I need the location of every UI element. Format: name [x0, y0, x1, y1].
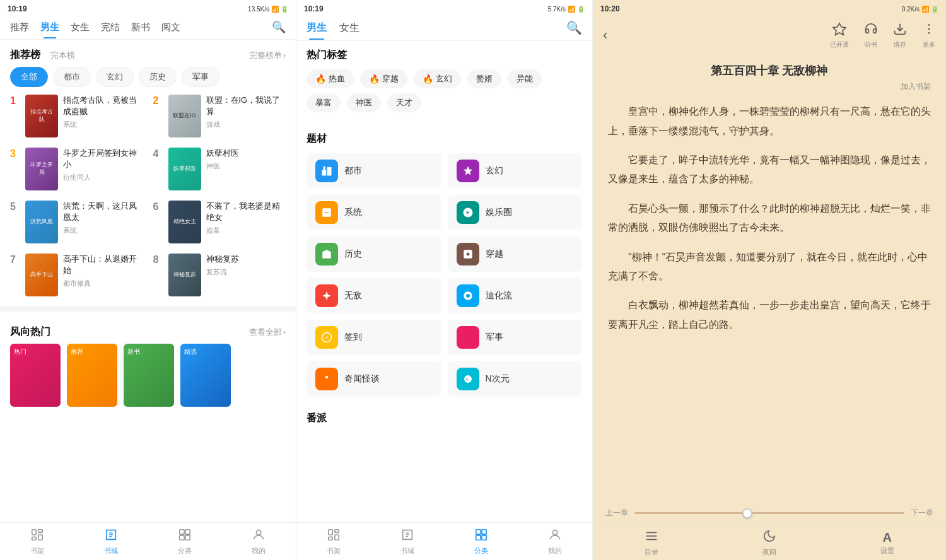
genre-dihua[interactable]: 迪化流: [448, 278, 583, 313]
nav-mine-2[interactable]: 我的: [518, 524, 592, 559]
subtab-all[interactable]: 全部: [10, 67, 48, 87]
search-icon-2[interactable]: 🔍: [566, 20, 582, 40]
main-nav-tabs: 推荐 男生 女生 完结 新书 阅文 🔍: [0, 18, 296, 40]
tab-yuewen[interactable]: 阅文: [161, 21, 180, 38]
svg-rect-10: [327, 167, 332, 176]
trend-book-2[interactable]: 推荐: [67, 344, 117, 407]
genre-lishi[interactable]: 历史: [307, 236, 441, 272]
nav-label-bookstore-1: 书城: [104, 546, 118, 556]
listen-action[interactable]: 听书: [864, 22, 878, 49]
vip-action[interactable]: 已开通: [830, 22, 849, 49]
nav-bookshelf-1[interactable]: 书架: [0, 524, 74, 559]
genre-title: 题材: [307, 132, 582, 146]
nav-bookstore-2[interactable]: 书城: [370, 524, 444, 559]
nav-category-2[interactable]: 分类: [445, 524, 518, 559]
genre-xitong[interactable]: 系统: [307, 195, 441, 230]
tag-shenyi[interactable]: 神医: [347, 93, 381, 112]
genre-name-qiwen: 奇闻怪谈: [344, 373, 380, 385]
tab-recommend[interactable]: 推荐: [10, 21, 29, 38]
book-title-5: 洪荒：天啊，这只凤凰太: [63, 201, 143, 223]
svg-rect-7: [185, 535, 190, 539]
toc-icon: [645, 529, 658, 546]
book-cover-7: 高手下山: [25, 254, 58, 296]
svg-rect-28: [482, 529, 486, 534]
settings-nav-item[interactable]: A 设置: [828, 530, 946, 556]
subtab-xuanhuan[interactable]: 玄幻: [96, 67, 134, 87]
genre-yule[interactable]: 娱乐圈: [448, 195, 583, 230]
book-item-4[interactable]: 4 妖孽村医 妖孽村医 神医: [153, 148, 286, 190]
subtab-history[interactable]: 历史: [139, 67, 177, 87]
night-nav-item[interactable]: 夜间: [711, 529, 829, 557]
gender-tab-male[interactable]: 男生: [307, 21, 327, 40]
tab-male[interactable]: 男生: [40, 21, 59, 38]
book-tag-5: 系统: [63, 226, 143, 235]
book-tag-8: 复苏流: [206, 267, 286, 277]
tag-zuixu[interactable]: 赘婿: [467, 69, 501, 88]
svg-rect-1: [38, 529, 42, 532]
genre-junshi[interactable]: 军事: [448, 320, 583, 355]
trend-link[interactable]: 查看全部 ›: [249, 327, 286, 338]
genre-qiwen[interactable]: 奇闻怪谈: [307, 361, 441, 397]
subtab-military[interactable]: 军事: [182, 67, 219, 87]
genre-dushi[interactable]: 都市: [307, 153, 441, 189]
tag-xuanhuan[interactable]: 🔥 玄幻: [414, 69, 461, 88]
completion-tab[interactable]: 完本榜: [50, 50, 75, 61]
nav-category-1[interactable]: 分类: [148, 524, 222, 559]
gender-tab-female[interactable]: 女生: [339, 21, 359, 40]
book-item-6[interactable]: 6 精绝女王 不装了，我老婆是精绝女 盗墓: [153, 201, 286, 243]
trend-book-4[interactable]: 精选: [180, 344, 231, 407]
genre-qiandao[interactable]: 签到: [307, 320, 441, 355]
nav-mine-1[interactable]: 我的: [222, 524, 296, 559]
book-info-4: 妖孽村医 神医: [206, 148, 286, 171]
subtab-dushi[interactable]: 都市: [53, 67, 91, 87]
toc-nav-item[interactable]: 目录: [593, 529, 711, 557]
cache-action[interactable]: 缓存: [893, 22, 907, 49]
trend-book-3[interactable]: 新书: [124, 344, 174, 407]
book-item-3[interactable]: 3 斗罗之开局 斗罗之开局签到女神小 衍生同人: [10, 148, 143, 190]
genre-nciyuan[interactable]: N N次元: [448, 361, 583, 397]
genre-xuanhuan[interactable]: 玄幻: [448, 153, 583, 189]
nav-label-category-1: 分类: [178, 546, 192, 556]
genre-chuanyue[interactable]: 穿越: [448, 236, 583, 272]
book-item-5[interactable]: 5 洪荒凤凰 洪荒：天啊，这只凤凰太 系统: [10, 201, 143, 243]
svg-point-20: [325, 376, 329, 379]
tab-newbook[interactable]: 新书: [131, 21, 150, 38]
nav-bookshelf-2[interactable]: 书架: [296, 524, 370, 559]
reader-text: 皇宫中，柳神化作人身，一株碧莹莹的柳树只有一尺高，悬在它的头上，垂落下一缕缕混沌…: [608, 102, 931, 334]
tag-yineng[interactable]: 异能: [508, 69, 542, 88]
prev-chapter-label[interactable]: 上一章: [605, 508, 628, 518]
svg-marker-32: [833, 23, 846, 34]
full-rank-link[interactable]: 完整榜单 ›: [249, 50, 286, 61]
genre-wudi[interactable]: 无敌: [307, 278, 441, 313]
bookshelf-icon: [30, 528, 44, 545]
tag-tiancai[interactable]: 天才: [387, 93, 421, 112]
book-item-1[interactable]: 1 指点考古队 指点考古队，竟被当成盗贼 系统: [10, 95, 143, 137]
next-chapter-label[interactable]: 下一章: [911, 508, 933, 518]
genre-name-junshi: 军事: [486, 332, 503, 343]
more-action[interactable]: 更多: [922, 22, 936, 49]
search-icon[interactable]: 🔍: [272, 20, 286, 39]
tab-female[interactable]: 女生: [71, 21, 90, 38]
book-info-6: 不装了，我老婆是精绝女 盗墓: [206, 201, 286, 235]
more-section-placeholder: 番派: [296, 404, 592, 440]
book-cover-8: 神秘复苏: [168, 254, 201, 296]
svg-point-34: [928, 24, 930, 26]
progress-thumb[interactable]: [742, 508, 752, 518]
trend-book-1[interactable]: 热门: [10, 344, 61, 407]
svg-rect-23: [328, 529, 332, 534]
book-item-7[interactable]: 7 高手下山 高手下山：从退婚开始 都市修真: [10, 254, 143, 296]
genre-icon-xuanhuan: [457, 160, 479, 182]
tab-complete[interactable]: 完结: [101, 21, 120, 38]
back-button[interactable]: ‹: [603, 27, 623, 44]
book-item-8[interactable]: 8 神秘复苏 神秘复苏 复苏流: [153, 254, 286, 296]
hot-tags-title: 热门标签: [307, 49, 582, 62]
mine-icon-2: [548, 528, 562, 545]
book-item-2[interactable]: 2 联盟在IG 联盟：在IG，我说了算 游戏: [153, 95, 286, 137]
tag-hot-blood[interactable]: 🔥 热血: [307, 69, 354, 88]
add-bookshelf-button[interactable]: 加入书架: [608, 81, 931, 92]
tag-chuanyue[interactable]: 🔥 穿越: [360, 69, 407, 88]
tag-baofu[interactable]: 暴富: [307, 93, 341, 112]
cache-label: 缓存: [894, 40, 906, 49]
nav-bookstore-1[interactable]: 书城: [74, 524, 148, 559]
progress-bar[interactable]: [634, 512, 904, 514]
